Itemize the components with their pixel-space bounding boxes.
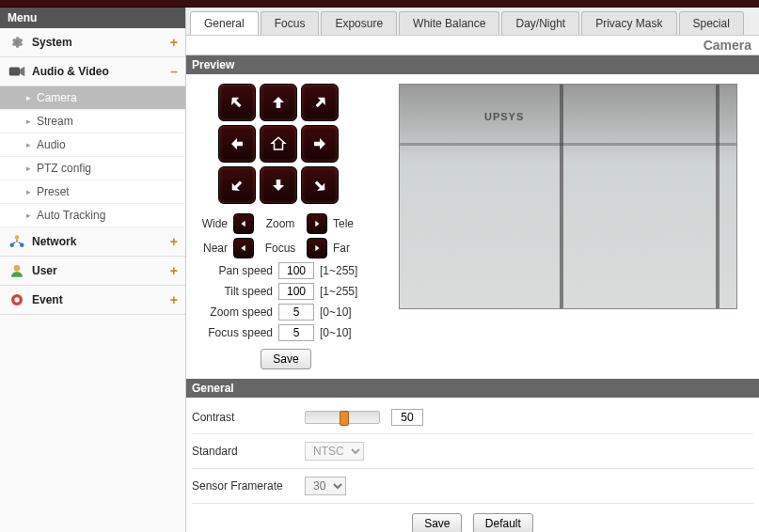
triangle-icon: ▸ <box>26 211 31 220</box>
sidebar-item-label: PTZ config <box>37 162 91 175</box>
section-label: Event <box>32 293 170 306</box>
user-icon <box>8 262 26 279</box>
triangle-icon: ▸ <box>26 93 31 102</box>
sidebar-item-stream[interactable]: ▸Stream <box>0 110 185 133</box>
triangle-icon: ▸ <box>26 164 31 173</box>
tab-exposure[interactable]: Exposure <box>321 11 397 35</box>
ptz-controls: Wide Zoom Tele Near Focus Far Pan speed <box>192 84 380 369</box>
zoom-tele-button[interactable] <box>307 213 327 234</box>
tab-bar: General Focus Exposure White Balance Day… <box>186 8 759 36</box>
far-label: Far <box>333 242 365 255</box>
focus-speed-input[interactable] <box>278 324 314 341</box>
focus-speed-label: Focus speed <box>199 326 273 339</box>
sensor-framerate-label: Sensor Framerate <box>192 479 305 493</box>
tilt-speed-label: Tilt speed <box>199 285 273 298</box>
expand-icon: + <box>170 234 178 249</box>
menu-title: Menu <box>0 8 185 28</box>
collapse-icon: – <box>170 64 178 79</box>
general-section-title: General <box>186 379 759 398</box>
ptz-home-button[interactable] <box>260 125 297 163</box>
tab-day-night[interactable]: Day/Night <box>501 11 579 35</box>
standard-label: Standard <box>192 445 305 458</box>
event-icon <box>8 291 26 308</box>
sidebar: Menu System + Audio & Video – ▸Camera ▸S… <box>0 8 186 532</box>
ptz-left-button[interactable] <box>218 125 256 163</box>
submenu-audio-video: ▸Camera ▸Stream ▸Audio ▸PTZ config ▸Pres… <box>0 86 185 227</box>
triangle-icon: ▸ <box>26 117 31 126</box>
svg-point-2 <box>15 235 20 240</box>
triangle-icon: ▸ <box>26 140 31 149</box>
svg-marker-1 <box>20 67 24 77</box>
expand-icon: + <box>170 35 178 50</box>
standard-select[interactable]: NTSC <box>305 442 364 461</box>
tab-white-balance[interactable]: White Balance <box>399 11 499 35</box>
sidebar-item-label: Preset <box>37 185 70 198</box>
tab-general[interactable]: General <box>190 11 259 35</box>
ptz-down-left-button[interactable] <box>218 166 256 204</box>
triangle-icon: ▸ <box>26 187 31 196</box>
ptz-save-button[interactable]: Save <box>261 349 310 369</box>
focus-near-button[interactable] <box>233 238 254 258</box>
focus-speed-range: [0~10] <box>320 326 352 339</box>
pan-speed-label: Pan speed <box>199 264 273 277</box>
sidebar-item-label: Stream <box>37 115 73 128</box>
zoom-wide-button[interactable] <box>233 213 254 234</box>
expand-icon: + <box>170 292 178 307</box>
pan-speed-input[interactable] <box>278 262 314 279</box>
section-label: User <box>32 264 170 277</box>
contrast-input[interactable] <box>391 409 423 426</box>
ptz-dpad <box>218 84 380 204</box>
zoom-speed-range: [0~10] <box>320 305 352 319</box>
tilt-speed-input[interactable] <box>278 283 314 300</box>
ptz-up-button[interactable] <box>260 84 297 121</box>
pan-speed-range: [1~255] <box>320 264 357 277</box>
section-label: Network <box>32 235 170 248</box>
section-label: Audio & Video <box>32 65 170 78</box>
zoom-speed-input[interactable] <box>278 304 314 321</box>
sidebar-section-audio-video[interactable]: Audio & Video – <box>0 57 185 86</box>
sidebar-item-auto-tracking[interactable]: ▸Auto Tracking <box>0 204 185 227</box>
tab-privacy-mask[interactable]: Privacy Mask <box>581 11 676 35</box>
svg-point-7 <box>14 297 19 302</box>
tab-special[interactable]: Special <box>679 11 744 35</box>
ptz-down-right-button[interactable] <box>301 166 339 204</box>
network-icon <box>8 233 26 250</box>
svg-point-5 <box>14 265 21 272</box>
focus-far-button[interactable] <box>307 238 327 258</box>
sidebar-section-event[interactable]: Event + <box>0 286 185 315</box>
ptz-up-right-button[interactable] <box>301 84 339 121</box>
top-bar <box>0 0 759 8</box>
ptz-right-button[interactable] <box>301 125 339 163</box>
contrast-slider[interactable] <box>305 411 380 424</box>
tab-focus[interactable]: Focus <box>261 11 320 35</box>
focus-label: Focus <box>260 242 301 255</box>
slider-thumb[interactable] <box>340 411 349 426</box>
video-watermark: UPSYS <box>484 111 524 122</box>
sidebar-section-user[interactable]: User + <box>0 257 185 286</box>
general-default-button[interactable]: Default <box>473 513 533 532</box>
sidebar-item-camera[interactable]: ▸Camera <box>0 86 185 110</box>
camera-icon <box>8 63 26 80</box>
sidebar-item-label: Audio <box>37 138 66 151</box>
sidebar-section-system[interactable]: System + <box>0 28 185 57</box>
svg-rect-0 <box>9 68 20 76</box>
near-label: Near <box>196 242 228 255</box>
sensor-framerate-select[interactable]: 30 <box>305 477 346 495</box>
general-save-button[interactable]: Save <box>412 513 462 532</box>
sidebar-item-audio[interactable]: ▸Audio <box>0 133 185 157</box>
sidebar-item-label: Camera <box>37 91 77 104</box>
section-label: System <box>32 36 170 49</box>
ptz-up-left-button[interactable] <box>218 84 256 121</box>
preview-section-title: Preview <box>186 55 759 74</box>
wide-label: Wide <box>196 217 228 230</box>
sidebar-section-network[interactable]: Network + <box>0 227 185 257</box>
sidebar-item-label: Auto Tracking <box>37 209 105 222</box>
main-panel: General Focus Exposure White Balance Day… <box>186 8 759 532</box>
zoom-label: Zoom <box>260 217 301 230</box>
ptz-down-button[interactable] <box>260 166 297 204</box>
sidebar-item-ptz-config[interactable]: ▸PTZ config <box>0 157 185 180</box>
sidebar-item-preset[interactable]: ▸Preset <box>0 180 185 204</box>
tilt-speed-range: [1~255] <box>320 285 357 298</box>
tele-label: Tele <box>333 217 365 230</box>
video-preview: UPSYS <box>399 84 737 309</box>
